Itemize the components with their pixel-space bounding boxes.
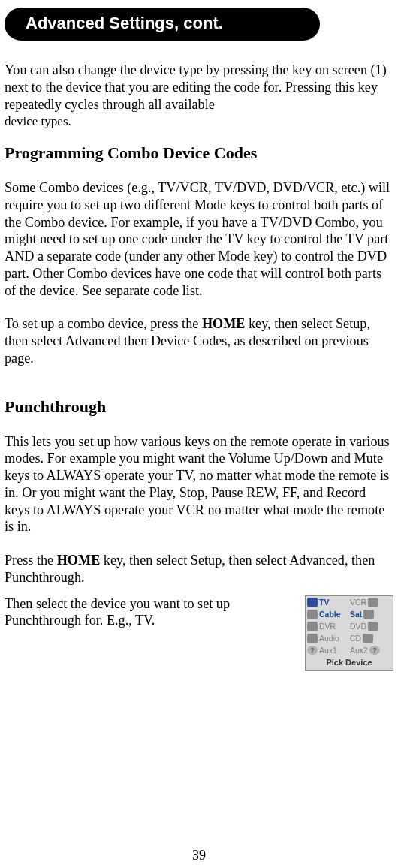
device-sat: Sat bbox=[350, 610, 391, 619]
device-dvd: DVD bbox=[350, 622, 391, 631]
label: DVR bbox=[319, 622, 336, 631]
label: VCR bbox=[350, 598, 366, 607]
label: CD bbox=[350, 634, 361, 643]
paragraph-device-type: You can also change the device type by p… bbox=[5, 62, 393, 130]
device-audio: Audio bbox=[307, 634, 348, 643]
home-key-label: HOME bbox=[202, 316, 246, 331]
pick-device-panel: TV VCR Cable Sat DVR DVD Audio CD ?Aux1 … bbox=[305, 595, 393, 671]
text: Press the bbox=[5, 553, 57, 568]
device-vcr: VCR bbox=[350, 598, 391, 607]
dvr-icon bbox=[307, 622, 318, 631]
vcr-icon bbox=[368, 598, 378, 607]
home-key-label: HOME bbox=[57, 553, 101, 568]
text: device types. bbox=[5, 114, 71, 128]
paragraph-punch-nav: Press the HOME key, then select Setup, t… bbox=[5, 552, 393, 586]
label: TV bbox=[319, 598, 329, 607]
device-aux1: ?Aux1 bbox=[307, 646, 348, 655]
pick-device-label: Pick Device bbox=[307, 655, 391, 667]
label: Aux2 bbox=[350, 646, 368, 655]
label: DVD bbox=[350, 622, 366, 631]
device-dvr: DVR bbox=[307, 622, 348, 631]
device-grid: TV VCR Cable Sat DVR DVD Audio CD ?Aux1 … bbox=[307, 598, 391, 655]
label: Cable bbox=[319, 610, 341, 619]
heading-punchthrough: Punchthrough bbox=[5, 397, 393, 417]
page-number: 39 bbox=[0, 848, 398, 863]
paragraph-combo-setup: To set up a combo device, press the HOME… bbox=[5, 315, 393, 366]
cable-icon bbox=[307, 610, 318, 619]
section-title: Advanced Settings, cont. bbox=[26, 14, 223, 32]
label: Audio bbox=[319, 634, 339, 643]
device-aux2: Aux2? bbox=[350, 646, 391, 655]
cd-icon bbox=[363, 634, 373, 643]
audio-icon bbox=[307, 634, 318, 643]
device-cable: Cable bbox=[307, 610, 348, 619]
tv-icon bbox=[307, 598, 318, 607]
paragraph-select-device: Then select the device you want to set u… bbox=[5, 595, 299, 630]
text: You can also change the device type by p… bbox=[5, 62, 387, 112]
paragraph-combo-explain: Some Combo devices (e.g., TV/VCR, TV/DVD… bbox=[5, 179, 393, 299]
label: Sat bbox=[350, 610, 362, 619]
section-header-pill: Advanced Settings, cont. bbox=[5, 8, 320, 41]
device-cd: CD bbox=[350, 634, 391, 643]
heading-combo-codes: Programming Combo Device Codes bbox=[5, 143, 393, 163]
text: To set up a combo device, press the bbox=[5, 316, 202, 331]
dvd-icon bbox=[368, 622, 378, 631]
sat-icon bbox=[363, 610, 374, 619]
label: Aux1 bbox=[319, 646, 337, 655]
question-icon: ? bbox=[307, 646, 318, 655]
figure-row: Then select the device you want to set u… bbox=[5, 595, 393, 671]
device-tv: TV bbox=[307, 598, 348, 607]
paragraph-punch-explain: This lets you set up how various keys on… bbox=[5, 433, 393, 536]
question-icon: ? bbox=[369, 646, 380, 655]
